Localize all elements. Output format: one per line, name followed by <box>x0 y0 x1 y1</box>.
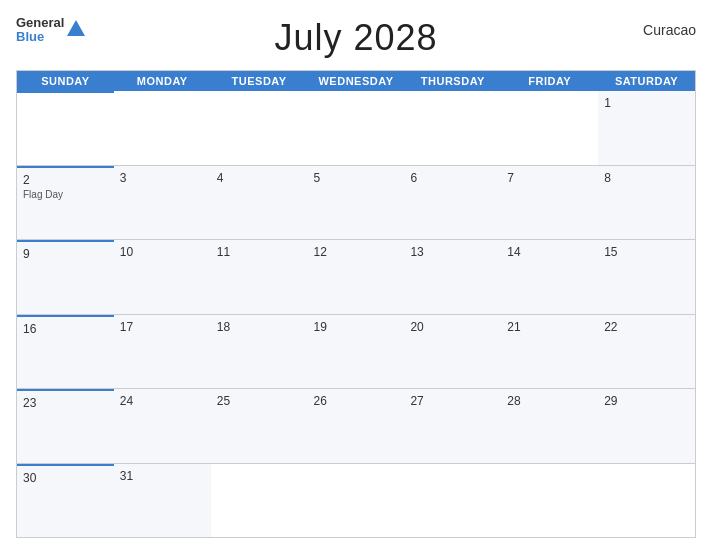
calendar-cell-w2-d5: 14 <box>501 240 598 314</box>
day-number-8: 8 <box>604 171 689 185</box>
header: General Blue July 2028 Curacao <box>16 12 696 64</box>
day-number-5: 5 <box>314 171 399 185</box>
calendar-title: July 2028 <box>274 17 437 59</box>
day-number-22: 22 <box>604 320 689 334</box>
calendar-week-0: 1 <box>17 91 695 166</box>
country-label: Curacao <box>643 22 696 38</box>
calendar-cell-w4-d6: 29 <box>598 389 695 463</box>
day-number-18: 18 <box>217 320 302 334</box>
calendar-cell-w5-d3 <box>308 464 405 538</box>
header-saturday: Saturday <box>598 71 695 91</box>
calendar-cell-w4-d5: 28 <box>501 389 598 463</box>
day-number-9: 9 <box>23 247 108 261</box>
calendar: Sunday Monday Tuesday Wednesday Thursday… <box>16 70 696 538</box>
calendar-week-4: 23242526272829 <box>17 389 695 464</box>
calendar-week-1: 2Flag Day345678 <box>17 166 695 241</box>
calendar-cell-w5-d0: 30 <box>17 464 114 538</box>
day-number-14: 14 <box>507 245 592 259</box>
calendar-cell-w3-d3: 19 <box>308 315 405 389</box>
header-monday: Monday <box>114 71 211 91</box>
page: General Blue July 2028 Curacao Sunday Mo… <box>0 0 712 550</box>
day-number-19: 19 <box>314 320 399 334</box>
day-number-31: 31 <box>120 469 205 483</box>
header-sunday: Sunday <box>17 71 114 91</box>
calendar-cell-w1-d5: 7 <box>501 166 598 240</box>
calendar-cell-w4-d1: 24 <box>114 389 211 463</box>
day-number-27: 27 <box>410 394 495 408</box>
day-number-17: 17 <box>120 320 205 334</box>
calendar-cell-w0-d5 <box>501 91 598 165</box>
calendar-cell-w2-d0: 9 <box>17 240 114 314</box>
day-number-1: 1 <box>604 96 689 110</box>
day-number-29: 29 <box>604 394 689 408</box>
calendar-cell-w2-d2: 11 <box>211 240 308 314</box>
calendar-cell-w0-d0 <box>17 91 114 165</box>
logo: General Blue <box>16 16 85 45</box>
calendar-cell-w0-d2 <box>211 91 308 165</box>
calendar-body: 12Flag Day345678910111213141516171819202… <box>17 91 695 537</box>
calendar-header: Sunday Monday Tuesday Wednesday Thursday… <box>17 71 695 91</box>
header-wednesday: Wednesday <box>308 71 405 91</box>
calendar-cell-w3-d1: 17 <box>114 315 211 389</box>
calendar-week-5: 3031 <box>17 464 695 538</box>
calendar-cell-w0-d1 <box>114 91 211 165</box>
logo-blue-text: Blue <box>16 30 64 44</box>
day-number-21: 21 <box>507 320 592 334</box>
header-friday: Friday <box>501 71 598 91</box>
logo-general-text: General <box>16 16 64 30</box>
calendar-cell-w5-d6 <box>598 464 695 538</box>
calendar-cell-w4-d3: 26 <box>308 389 405 463</box>
calendar-cell-w4-d4: 27 <box>404 389 501 463</box>
calendar-cell-w3-d5: 21 <box>501 315 598 389</box>
day-event-2: Flag Day <box>23 189 108 200</box>
calendar-cell-w1-d1: 3 <box>114 166 211 240</box>
calendar-cell-w1-d3: 5 <box>308 166 405 240</box>
calendar-week-2: 9101112131415 <box>17 240 695 315</box>
calendar-cell-w2-d6: 15 <box>598 240 695 314</box>
calendar-cell-w4-d2: 25 <box>211 389 308 463</box>
day-number-25: 25 <box>217 394 302 408</box>
day-number-6: 6 <box>410 171 495 185</box>
calendar-cell-w3-d2: 18 <box>211 315 308 389</box>
calendar-cell-w1-d6: 8 <box>598 166 695 240</box>
calendar-week-3: 16171819202122 <box>17 315 695 390</box>
header-tuesday: Tuesday <box>211 71 308 91</box>
calendar-cell-w5-d5 <box>501 464 598 538</box>
day-number-24: 24 <box>120 394 205 408</box>
calendar-cell-w5-d4 <box>404 464 501 538</box>
day-number-4: 4 <box>217 171 302 185</box>
day-number-30: 30 <box>23 471 108 485</box>
calendar-cell-w5-d2 <box>211 464 308 538</box>
calendar-cell-w1-d4: 6 <box>404 166 501 240</box>
header-thursday: Thursday <box>404 71 501 91</box>
calendar-cell-w0-d4 <box>404 91 501 165</box>
day-number-7: 7 <box>507 171 592 185</box>
calendar-cell-w2-d3: 12 <box>308 240 405 314</box>
calendar-cell-w4-d0: 23 <box>17 389 114 463</box>
day-number-11: 11 <box>217 245 302 259</box>
calendar-cell-w3-d4: 20 <box>404 315 501 389</box>
calendar-cell-w1-d2: 4 <box>211 166 308 240</box>
day-number-15: 15 <box>604 245 689 259</box>
day-number-20: 20 <box>410 320 495 334</box>
calendar-cell-w0-d6: 1 <box>598 91 695 165</box>
calendar-cell-w2-d1: 10 <box>114 240 211 314</box>
calendar-cell-w2-d4: 13 <box>404 240 501 314</box>
logo-text: General Blue <box>16 16 64 45</box>
calendar-cell-w0-d3 <box>308 91 405 165</box>
day-number-10: 10 <box>120 245 205 259</box>
logo-triangle-icon <box>67 20 85 36</box>
calendar-cell-w3-d0: 16 <box>17 315 114 389</box>
day-number-2: 2 <box>23 173 108 187</box>
day-number-3: 3 <box>120 171 205 185</box>
day-number-16: 16 <box>23 322 108 336</box>
day-number-12: 12 <box>314 245 399 259</box>
day-number-26: 26 <box>314 394 399 408</box>
calendar-cell-w1-d0: 2Flag Day <box>17 166 114 240</box>
calendar-cell-w3-d6: 22 <box>598 315 695 389</box>
day-number-13: 13 <box>410 245 495 259</box>
calendar-cell-w5-d1: 31 <box>114 464 211 538</box>
day-number-23: 23 <box>23 396 108 410</box>
day-number-28: 28 <box>507 394 592 408</box>
